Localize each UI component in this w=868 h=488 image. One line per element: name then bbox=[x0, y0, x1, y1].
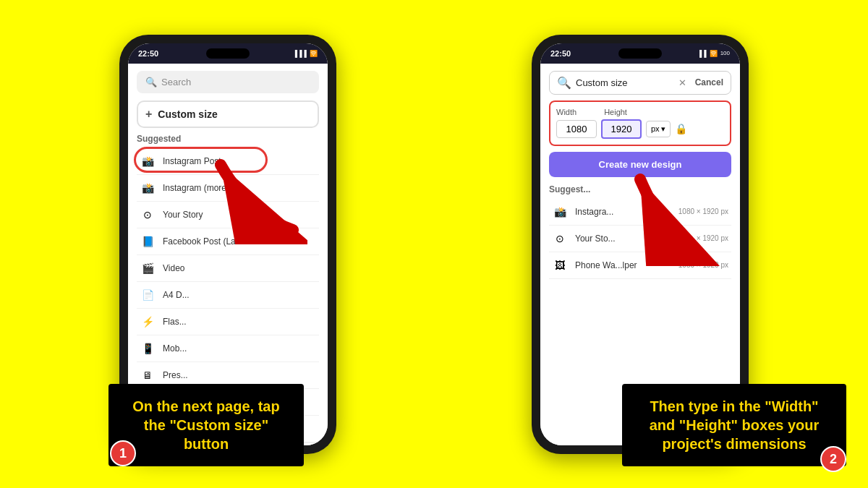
search-value: Custom size bbox=[576, 77, 674, 88]
left-annotation-text: On the next page, tap the "Custom size" … bbox=[132, 398, 279, 452]
mobile-icon: 📱 bbox=[140, 341, 156, 356]
height-label: Height bbox=[604, 108, 627, 116]
step2-label: 2 bbox=[830, 452, 837, 467]
item-label-1: Instagram Post bbox=[163, 156, 221, 166]
suggested-section-title: Suggested bbox=[137, 134, 319, 144]
story-icon: ⊙ bbox=[140, 207, 156, 223]
step2-badge: 2 bbox=[820, 446, 846, 472]
right-annotation: Then type in the "Width" and "Height" bo… bbox=[622, 384, 846, 466]
item-label-2: Instagram (more) bbox=[163, 183, 229, 193]
notch-icons-right: ▐▐ 🛜 100 bbox=[697, 50, 730, 57]
dimension-input-box: Width Height px ▾ 🔒 bbox=[549, 100, 731, 146]
item-label-right-2: Your Sto... bbox=[575, 234, 616, 244]
step1-label: 1 bbox=[119, 446, 127, 461]
insta-icon-right: 📸 bbox=[552, 204, 568, 220]
wifi-icon-right: 🛜 bbox=[710, 50, 718, 57]
list-item[interactable]: 📄 A4 D... bbox=[137, 282, 319, 309]
main-container: 22:50 ▐▐▐ 🛜 🔍 Search + bbox=[0, 0, 868, 488]
search-icon-left: 🔍 bbox=[145, 77, 157, 87]
list-item[interactable]: ⚡ Flas... bbox=[137, 309, 319, 335]
list-item[interactable]: 🎬 Video bbox=[137, 255, 319, 282]
signal-icon: ▐▐▐ bbox=[293, 50, 307, 57]
item-label-6: A4 D... bbox=[163, 290, 190, 300]
right-annotation-text: Then type in the "Width" and "Height" bo… bbox=[650, 398, 820, 452]
width-label: Width bbox=[556, 108, 576, 116]
item-label-right-3: Phone Wa...lper bbox=[575, 260, 637, 270]
clear-search-button[interactable]: ✕ bbox=[678, 77, 686, 88]
size-label-1: 1080 × 1920 px bbox=[678, 207, 728, 215]
item-label-8: Mob... bbox=[163, 343, 187, 354]
item-label-9: Pres... bbox=[163, 370, 188, 380]
phone-left-notch: 22:50 ▐▐▐ 🛜 bbox=[128, 43, 328, 64]
width-input[interactable] bbox=[556, 120, 597, 138]
step1-badge: 1 bbox=[110, 440, 136, 466]
instagram-icon-1: 📸 bbox=[140, 153, 156, 169]
cancel-button[interactable]: Cancel bbox=[695, 77, 723, 87]
unit-label: px bbox=[651, 124, 660, 133]
search-placeholder-left: Search bbox=[161, 77, 191, 87]
list-item-right-1[interactable]: 📸 Instagra... 1080 × 1920 px bbox=[549, 199, 731, 226]
list-item[interactable]: 📘 Facebook Post (Landsca... bbox=[137, 228, 319, 255]
size-label-3: 1080 × 1920 px bbox=[678, 261, 728, 269]
facebook-icon: 📘 bbox=[140, 234, 156, 249]
list-item[interactable]: ⊙ Your Story bbox=[137, 202, 319, 228]
custom-size-button[interactable]: + Custom size bbox=[137, 100, 319, 128]
suggested-section-title-right: Suggest... bbox=[549, 184, 731, 194]
wallpaper-icon-right: 🖼 bbox=[552, 257, 568, 273]
a4-icon: 📄 bbox=[140, 287, 156, 303]
create-design-button[interactable]: Create new design bbox=[549, 152, 731, 177]
notch-icons: ▐▐▐ 🛜 bbox=[293, 50, 318, 57]
left-annotation: On the next page, tap the "Custom size" … bbox=[109, 384, 304, 466]
dimension-inputs-row: px ▾ 🔒 bbox=[556, 119, 724, 139]
chevron-down-icon: ▾ bbox=[661, 124, 665, 134]
story-icon-right: ⊙ bbox=[552, 231, 568, 247]
phone-right-notch: 22:50 ▐▐ 🛜 100 bbox=[540, 43, 740, 64]
list-item[interactable]: 📸 Instagram Post bbox=[137, 148, 319, 175]
phone2-search-bar[interactable]: 🔍 Custom size ✕ Cancel bbox=[549, 71, 731, 95]
list-item[interactable]: 📸 Instagram (more) bbox=[137, 175, 319, 202]
flash-icon: ⚡ bbox=[140, 314, 156, 330]
size-label-2: ... × 1920 px bbox=[689, 234, 728, 242]
item-label-right-1: Instagra... bbox=[575, 207, 613, 217]
item-label-5: Video bbox=[163, 263, 184, 273]
plus-icon: + bbox=[145, 108, 152, 121]
search-bar-left[interactable]: 🔍 Search bbox=[137, 71, 319, 93]
instagram-icon-2: 📸 bbox=[140, 180, 156, 196]
lock-icon[interactable]: 🔒 bbox=[675, 123, 687, 134]
notch-pill bbox=[206, 48, 250, 59]
create-btn-label: Create new design bbox=[599, 159, 682, 170]
battery-icon: 100 bbox=[720, 50, 730, 56]
wifi-icon: 🛜 bbox=[310, 50, 318, 57]
height-input[interactable] bbox=[601, 119, 642, 139]
item-label-4: Facebook Post (Landsca... bbox=[163, 236, 266, 247]
phone-right-time: 22:50 bbox=[550, 49, 571, 58]
list-item[interactable]: 📱 Mob... bbox=[137, 335, 319, 362]
unit-selector[interactable]: px ▾ bbox=[646, 121, 671, 137]
custom-size-label: Custom size bbox=[158, 108, 217, 120]
search-icon-right: 🔍 bbox=[557, 76, 571, 90]
list-item-right-2[interactable]: ⊙ Your Sto... ... × 1920 px bbox=[549, 226, 731, 252]
item-label-3: Your Story bbox=[163, 210, 203, 220]
phone-left-time: 22:50 bbox=[138, 49, 158, 58]
list-item-right-3[interactable]: 🖼 Phone Wa...lper 1080 × 1920 px bbox=[549, 252, 731, 279]
notch-pill-right bbox=[618, 48, 662, 59]
item-label-7: Flas... bbox=[163, 317, 187, 327]
presentation-icon: 🖥 bbox=[140, 367, 156, 383]
video-icon: 🎬 bbox=[140, 260, 156, 276]
dimension-labels: Width Height bbox=[556, 108, 724, 116]
signal-icon-right: ▐▐ bbox=[697, 50, 707, 57]
